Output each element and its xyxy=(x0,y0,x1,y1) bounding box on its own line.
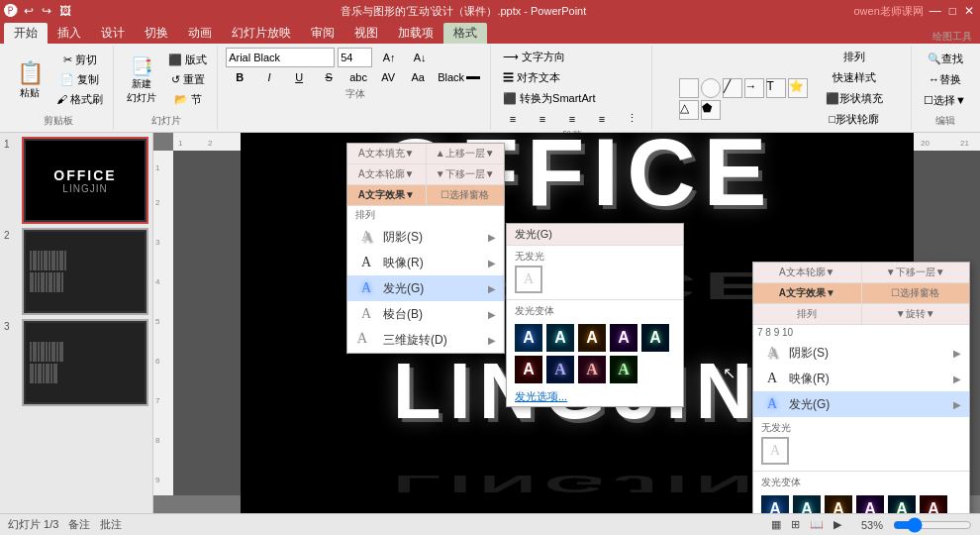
layout-btn[interactable]: ⬛ 版式 xyxy=(164,51,211,69)
shape-fill-btn[interactable]: ⬛形状填充 xyxy=(822,89,887,108)
no-glow-box[interactable]: A xyxy=(515,266,542,293)
right-rotate-header[interactable]: 排列 xyxy=(753,304,861,324)
align-center-btn[interactable]: ≡ xyxy=(529,110,556,127)
glow-item[interactable]: A 发光(G) ▶ 发光(G) 无发光 A xyxy=(347,275,504,301)
tab-animation[interactable]: 动画 xyxy=(178,23,222,44)
slide-thumb-1[interactable]: OFFICE LINGJIN xyxy=(22,137,148,224)
right-reflection-item[interactable]: A 映像(R) ▶ xyxy=(753,366,969,391)
select-pane-header[interactable]: ☐选择窗格 xyxy=(426,185,505,205)
glow-orange[interactable]: A xyxy=(578,324,606,352)
move-up-header[interactable]: ▲上移一层▼ xyxy=(426,144,505,163)
font-name-input[interactable] xyxy=(226,48,335,67)
right-glow-purple[interactable]: A xyxy=(856,495,884,513)
glow-options-link[interactable]: 发光选项... xyxy=(507,387,683,406)
shape-outline-btn[interactable]: □形状轮廓 xyxy=(822,110,887,129)
view-reading[interactable]: 📖 xyxy=(810,518,824,531)
shape-misc2[interactable]: △ xyxy=(679,100,699,120)
shape-line[interactable]: ╱ xyxy=(723,78,742,98)
tab-insert[interactable]: 插入 xyxy=(48,23,91,44)
right-glow-item[interactable]: A 发光(G) ▶ xyxy=(753,391,969,417)
right-shadow-item[interactable]: A 阴影(S) ▶ xyxy=(753,340,969,366)
tab-start[interactable]: 开始 xyxy=(4,23,48,44)
tab-addins[interactable]: 加载项 xyxy=(388,23,443,44)
3d-rotation-item[interactable]: A 三维旋转(D) ▶ xyxy=(347,327,504,353)
quick-styles-btn[interactable]: 快速样式 xyxy=(822,68,887,87)
bevel-item[interactable]: A 棱台(B) ▶ xyxy=(347,301,504,327)
reset-btn[interactable]: ↺ 重置 xyxy=(164,70,211,89)
new-slide-btn[interactable]: 📑 新建幻灯片 xyxy=(122,53,161,108)
decrease-font-btn[interactable]: A↓ xyxy=(406,50,434,65)
glow-pink[interactable]: A xyxy=(578,356,606,383)
glow-purple[interactable]: A xyxy=(610,324,637,352)
tab-transition[interactable]: 切换 xyxy=(135,23,178,44)
qa-btn3[interactable]: 🖼 xyxy=(57,4,73,18)
view-normal[interactable]: ▦ xyxy=(771,518,781,531)
text-direction-btn[interactable]: ⟶ 文字方向 xyxy=(499,48,569,66)
align-right-btn[interactable]: ≡ xyxy=(558,110,586,127)
replace-btn[interactable]: ↔替换 xyxy=(920,70,970,89)
right-no-glow-box[interactable]: A xyxy=(761,437,789,465)
shadow-btn[interactable]: abc xyxy=(344,69,372,85)
tab-format[interactable]: 格式 xyxy=(443,23,487,44)
charspace-btn[interactable]: AV xyxy=(374,69,402,85)
glow-lightblue[interactable]: A xyxy=(546,356,574,383)
move-down-header[interactable]: ▼下移一层▼ xyxy=(426,164,505,184)
arrange-btn[interactable]: 排列 xyxy=(822,48,887,66)
increase-font-btn[interactable]: A↑ xyxy=(375,50,403,65)
shape-ellipse[interactable] xyxy=(701,78,721,98)
find-btn[interactable]: 🔍查找 xyxy=(920,50,970,68)
justify-btn[interactable]: ≡ xyxy=(588,110,616,127)
glow-green[interactable]: A xyxy=(641,324,669,352)
qa-redo[interactable]: ↪ xyxy=(40,4,53,18)
maximize-btn[interactable]: □ xyxy=(947,4,958,18)
shape-rect[interactable] xyxy=(679,78,699,98)
right-rotate2-header[interactable]: ▼旋转▼ xyxy=(861,304,970,324)
close-btn[interactable]: ✕ xyxy=(962,4,976,18)
paste-btn[interactable]: 📋 粘贴 xyxy=(10,57,49,103)
text-effects-header[interactable]: A文字效果▼ xyxy=(347,185,426,205)
view-sorter[interactable]: ⊞ xyxy=(791,518,800,531)
cut-btn[interactable]: ✂ 剪切 xyxy=(52,51,107,69)
columns-btn[interactable]: ⋮ xyxy=(618,110,645,127)
tab-slideshow[interactable]: 幻灯片放映 xyxy=(222,23,301,44)
shape-misc3[interactable]: ⬟ xyxy=(701,100,721,120)
comments-btn[interactable]: 批注 xyxy=(100,517,122,532)
copy-btn[interactable]: 📄 复制 xyxy=(52,70,107,89)
shape-misc1[interactable]: ⭐ xyxy=(788,78,808,98)
italic-btn[interactable]: I xyxy=(255,69,283,85)
reflection-item[interactable]: A 映像(R) ▶ xyxy=(347,250,504,275)
glow-red[interactable]: A xyxy=(515,356,542,383)
right-glow-orange[interactable]: A xyxy=(825,495,852,513)
align-text-btn[interactable]: ☰ 对齐文本 xyxy=(499,68,564,87)
bold-btn[interactable]: B xyxy=(226,69,253,85)
align-left-btn[interactable]: ≡ xyxy=(499,110,527,127)
section-btn[interactable]: 📂 节 xyxy=(164,90,211,109)
right-text-effects-header[interactable]: A文字效果▼ xyxy=(753,283,861,303)
minimize-btn[interactable]: — xyxy=(928,4,943,18)
zoom-slider[interactable] xyxy=(893,519,972,531)
notes-btn[interactable]: 备注 xyxy=(68,517,90,532)
select-btn[interactable]: ☐选择▼ xyxy=(920,91,970,110)
glow-blue[interactable]: A xyxy=(515,324,542,352)
format-painter-btn[interactable]: 🖌 格式刷 xyxy=(52,90,107,109)
tab-review[interactable]: 审阅 xyxy=(301,23,344,44)
right-glow-red[interactable]: A xyxy=(920,495,947,513)
font-size-input[interactable] xyxy=(338,48,372,67)
view-presenter[interactable]: ▶ xyxy=(833,518,841,531)
shape-textbox[interactable]: T xyxy=(766,78,786,98)
right-move-down-header[interactable]: ▼下移一层▼ xyxy=(861,263,970,282)
shadow-item[interactable]: A 阴影(S) ▶ xyxy=(347,224,504,250)
tab-view[interactable]: 视图 xyxy=(344,23,388,44)
smartart-btn[interactable]: ⬛ 转换为SmartArt xyxy=(499,89,599,108)
right-glow-blue[interactable]: A xyxy=(761,495,789,513)
right-glow-cyan[interactable]: A xyxy=(793,495,821,513)
shape-arrow[interactable]: → xyxy=(744,78,764,98)
strikethrough-btn[interactable]: S xyxy=(315,69,343,85)
text-fill-header[interactable]: A文本填充▼ xyxy=(347,144,426,163)
underline-btn[interactable]: U xyxy=(285,69,313,85)
tab-design[interactable]: 设计 xyxy=(91,23,135,44)
case-btn[interactable]: Aa xyxy=(404,69,432,85)
glow-lightgreen[interactable]: A xyxy=(610,356,637,383)
right-select-pane-header[interactable]: ☐选择窗格 xyxy=(861,283,970,303)
slide-thumb-2[interactable] xyxy=(22,228,148,315)
